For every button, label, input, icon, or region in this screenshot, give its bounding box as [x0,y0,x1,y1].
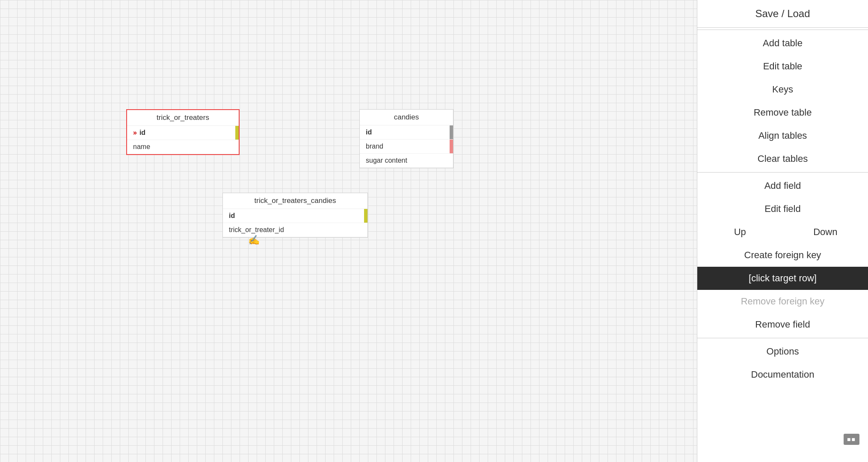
color-bar [450,125,453,139]
field-candies-id[interactable]: id [360,125,453,140]
color-bar [364,209,367,223]
table-title-junction: trick_or_treaters_candies [223,193,367,209]
canvas[interactable]: trick_or_treaters » id name candies id b… [0,0,697,462]
documentation-button[interactable]: Documentation [697,363,868,386]
divider-1 [697,30,868,30]
up-button[interactable]: Up [697,221,783,244]
sidebar: Save / Load Add table Edit table Keys Re… [697,0,868,462]
table-title-candies: candies [360,110,453,125]
divider-3 [697,338,868,338]
field-name: id [366,128,372,136]
create-foreign-key-button[interactable]: Create foreign key [697,244,868,267]
field-candies-brand[interactable]: brand [360,140,453,154]
mini-widget-dots: ■■ [847,436,856,443]
save-load-button[interactable]: Save / Load [697,0,868,28]
align-tables-button[interactable]: Align tables [697,124,868,147]
options-button[interactable]: Options [697,340,868,363]
field-candies-sugar-content[interactable]: sugar content [360,154,453,168]
click-target-row-button[interactable]: [click target row] [697,267,868,290]
edit-field-button[interactable]: Edit field [697,197,868,221]
pk-icon: » [133,129,137,137]
field-name: brand [366,143,383,150]
color-bar [235,126,239,140]
edit-table-button[interactable]: Edit table [697,55,868,78]
table-candies[interactable]: candies id brand sugar content [359,109,453,168]
add-field-button[interactable]: Add field [697,174,868,197]
up-down-row: Up Down [697,221,868,244]
table-title-trick-or-treaters: trick_or_treaters [127,110,239,126]
keys-button[interactable]: Keys [697,78,868,101]
field-trick-or-treaters-id[interactable]: » id [127,126,239,140]
field-name: sugar content [366,157,407,164]
field-name: id [139,129,145,137]
mini-widget[interactable]: ■■ [844,434,859,445]
divider-2 [697,172,868,173]
remove-field-button[interactable]: Remove field [697,313,868,336]
field-junction-treater-id[interactable]: trick_or_treater_id [223,223,367,237]
field-junction-id[interactable]: id [223,209,367,223]
clear-tables-button[interactable]: Clear tables [697,147,868,170]
remove-table-button[interactable]: Remove table [697,101,868,124]
field-name: name [133,143,150,151]
field-trick-or-treaters-name[interactable]: name [127,140,239,154]
field-name: id [229,212,235,220]
field-name: trick_or_treater_id [229,226,284,234]
down-button[interactable]: Down [783,221,868,244]
table-junction[interactable]: trick_or_treaters_candies id trick_or_tr… [222,193,368,238]
add-table-button[interactable]: Add table [697,32,868,55]
color-bar [450,140,453,153]
table-trick-or-treaters[interactable]: trick_or_treaters » id name [126,109,240,155]
remove-foreign-key-button: Remove foreign key [697,290,868,313]
